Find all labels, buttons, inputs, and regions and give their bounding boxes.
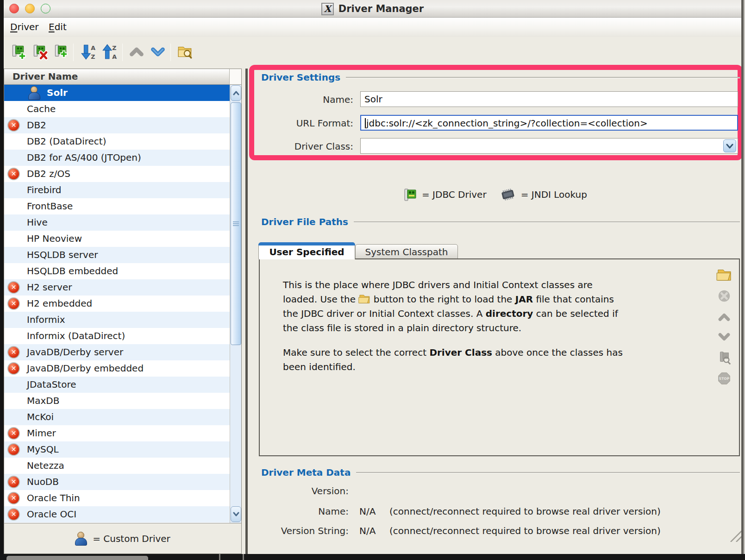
- tab-system-classpath[interactable]: System Classpath: [355, 244, 458, 259]
- driver-name: DB2 (DataDirect): [27, 136, 106, 147]
- open-file-button[interactable]: [716, 267, 732, 283]
- driver-name: MySQL: [27, 444, 59, 455]
- create-driver-button[interactable]: [9, 43, 27, 61]
- driver-class-dropdown-button[interactable]: [723, 139, 736, 152]
- url-format-label: URL Format:: [254, 118, 353, 129]
- driver-class-field[interactable]: [360, 138, 738, 154]
- driver-row[interactable]: Informix: [4, 312, 230, 328]
- driver-name: JavaDB/Derby embedded: [27, 363, 144, 374]
- driver-row[interactable]: ✕Oracle OCI: [4, 506, 230, 522]
- driver-name: Hive: [27, 217, 48, 228]
- driver-row[interactable]: Netezza: [4, 458, 230, 474]
- svg-text:Z: Z: [112, 44, 116, 51]
- driver-name: H2 embedded: [27, 298, 92, 309]
- split-divider[interactable]: [245, 69, 248, 554]
- error-icon: ✕: [7, 443, 20, 456]
- driver-row[interactable]: ✕MySQL: [4, 441, 230, 458]
- scrollbar-thumb[interactable]: [231, 102, 241, 345]
- driver-row[interactable]: Firebird: [4, 182, 230, 198]
- driver-row[interactable]: ✕Mimer: [4, 425, 230, 441]
- driver-settings-heading: Driver Settings: [261, 72, 340, 83]
- chevron-down-icon: [150, 44, 166, 60]
- driver-class-label: Driver Class:: [254, 141, 353, 152]
- custom-driver-legend: = Custom Driver: [4, 523, 241, 554]
- driver-row[interactable]: Solr: [4, 85, 230, 101]
- driver-add-icon: [10, 44, 26, 60]
- menu-edit[interactable]: Edit: [49, 21, 67, 32]
- driver-row[interactable]: HP Neoview: [4, 231, 230, 247]
- driver-list-scrollbar[interactable]: [230, 85, 241, 523]
- driver-row[interactable]: JDataStore: [4, 377, 230, 393]
- version-label: Version:: [254, 485, 349, 497]
- toolbar: A Z Z A: [4, 37, 741, 69]
- jdbc-driver-icon: [403, 187, 417, 202]
- driver-row[interactable]: ✕DB2: [4, 117, 230, 133]
- move-up-button[interactable]: [128, 43, 145, 61]
- menu-bar: Driver Edit: [4, 18, 741, 37]
- version-string-label: Version String:: [254, 525, 349, 536]
- jdbc-driver-legend-label: = JDBC Driver: [422, 189, 487, 200]
- url-format-field[interactable]: jdbc:solr://<zk_connection_string>/?coll…: [360, 115, 738, 131]
- toolbar-separator: [122, 44, 123, 61]
- driver-row[interactable]: DB2 for AS/400 (JTOpen): [4, 150, 230, 166]
- tab-user-specified[interactable]: User Specified: [258, 242, 355, 259]
- driver-row[interactable]: ✕H2 embedded: [4, 296, 230, 312]
- driver-row[interactable]: Informix (DataDirect): [4, 328, 230, 344]
- driver-name-field[interactable]: Solr: [360, 91, 738, 107]
- driver-row[interactable]: MaxDB: [4, 393, 230, 409]
- move-down-button[interactable]: [149, 43, 167, 61]
- driver-name: Firebird: [27, 184, 62, 195]
- driver-name: Informix (DataDirect): [27, 330, 125, 341]
- driver-name: DB2 z/OS: [27, 168, 70, 179]
- error-icon: ✕: [7, 362, 20, 375]
- text-caret: [365, 118, 366, 128]
- error-icon: ✕: [7, 297, 20, 310]
- driver-name-column-header[interactable]: Driver Name: [4, 69, 230, 85]
- custom-driver-legend-label: = Custom Driver: [93, 533, 170, 544]
- sort-az-icon: A Z: [80, 44, 97, 60]
- driver-list-panel: Driver Name SolrCache✕DB2DB2 (DataDirect…: [4, 69, 242, 554]
- sort-ascending-button[interactable]: A Z: [80, 43, 97, 61]
- scroll-up-button[interactable]: [231, 85, 241, 101]
- version-string-note: (connect/reconnect required to browse re…: [389, 525, 661, 536]
- driver-rows: SolrCache✕DB2DB2 (DataDirect)DB2 for AS/…: [4, 85, 230, 522]
- driver-name: Cache: [27, 103, 56, 114]
- driver-row[interactable]: HSQLDB server: [4, 247, 230, 263]
- driver-name: JDataStore: [27, 379, 76, 390]
- copy-driver-button[interactable]: [52, 43, 69, 61]
- folder-open-icon: [716, 268, 732, 282]
- screen: X Driver Manager Driver Edit: [0, 0, 745, 560]
- error-icon: ✕: [7, 508, 20, 521]
- scroll-down-button[interactable]: [231, 506, 241, 522]
- driver-row[interactable]: DB2 (DataDirect): [4, 133, 230, 150]
- background-window-edge: [6, 556, 148, 560]
- file-paths-info-text: This is the place where JDBC drivers and…: [283, 278, 718, 374]
- driver-name: Solr: [47, 87, 68, 98]
- find-driver-button[interactable]: [176, 43, 194, 61]
- driver-row[interactable]: ✕JavaDB/Derby embedded: [4, 360, 230, 377]
- driver-row[interactable]: ✕JavaDB/Derby server: [4, 344, 230, 360]
- remove-driver-button[interactable]: [31, 43, 48, 61]
- driver-row[interactable]: ✕NuoDB: [4, 474, 230, 490]
- driver-row[interactable]: Cache: [4, 101, 230, 117]
- driver-row[interactable]: McKoi: [4, 409, 230, 425]
- driver-row[interactable]: ✕H2 server: [4, 279, 230, 296]
- driver-row[interactable]: ✕Oracle Thin: [4, 490, 230, 506]
- driver-search-icon: [717, 351, 732, 365]
- driver-row[interactable]: HSQLDB embedded: [4, 263, 230, 279]
- icon-legend: = JDBC Driver = JNDI Lookup: [403, 187, 587, 202]
- driver-name: MaxDB: [27, 395, 59, 406]
- driver-name: FrontBase: [27, 201, 73, 212]
- x11-app-icon: X: [321, 3, 334, 15]
- section-divider-line: [356, 472, 740, 473]
- toolbar-separator: [73, 44, 74, 61]
- sort-descending-button[interactable]: Z A: [101, 43, 119, 61]
- move-path-up-button: [716, 309, 732, 325]
- menu-driver[interactable]: Driver: [10, 21, 39, 32]
- driver-name: Informix: [27, 314, 65, 325]
- driver-row[interactable]: ✕DB2 z/OS: [4, 166, 230, 182]
- find-driver-class-button: [716, 350, 732, 366]
- driver-copy-icon: [52, 44, 69, 60]
- driver-row[interactable]: FrontBase: [4, 198, 230, 214]
- driver-row[interactable]: Hive: [4, 214, 230, 231]
